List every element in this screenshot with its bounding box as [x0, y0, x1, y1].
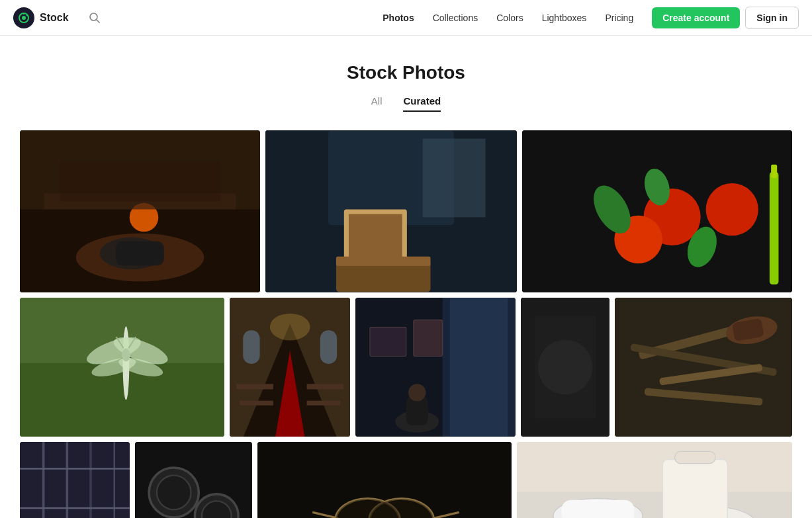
photo-item[interactable]	[257, 442, 512, 518]
photo-item[interactable]	[135, 442, 251, 518]
navbar: Stock Photos Collections Colors Lightbox…	[0, 0, 812, 36]
svg-rect-30	[771, 165, 777, 178]
svg-rect-29	[770, 172, 779, 284]
search-trigger[interactable]	[89, 12, 101, 24]
nav-links: Photos Collections Colors Lightboxes Pri…	[383, 13, 633, 23]
photo-row-2	[20, 298, 792, 437]
photo-item[interactable]	[20, 298, 224, 437]
svg-rect-102	[674, 451, 715, 463]
nav-collections[interactable]: Collections	[433, 13, 478, 23]
photo-item[interactable]	[615, 298, 792, 437]
svg-point-24	[706, 183, 758, 236]
svg-rect-46	[306, 384, 343, 389]
svg-point-1	[22, 16, 26, 20]
photo-item[interactable]	[355, 298, 515, 437]
svg-rect-19	[349, 214, 402, 260]
svg-rect-48	[306, 401, 340, 406]
svg-point-38	[122, 349, 130, 362]
svg-point-57	[408, 384, 426, 401]
photo-item[interactable]	[265, 130, 517, 292]
photo-item[interactable]	[521, 298, 609, 437]
svg-line-3	[26, 15, 28, 16]
svg-line-5	[96, 19, 99, 22]
sign-in-button[interactable]: Sign in	[745, 7, 799, 29]
svg-rect-99	[561, 500, 634, 518]
logo-text: Stock	[40, 12, 69, 24]
photo-item[interactable]	[517, 442, 792, 518]
svg-rect-50	[320, 330, 336, 364]
nav-photos[interactable]: Photos	[383, 13, 414, 23]
photo-item[interactable]	[20, 130, 260, 292]
svg-rect-11	[60, 161, 220, 201]
photo-item[interactable]	[20, 442, 130, 518]
svg-rect-17	[423, 139, 486, 218]
svg-rect-32	[20, 363, 224, 437]
photo-row-3	[20, 442, 792, 518]
svg-rect-13	[116, 241, 164, 265]
svg-rect-54	[450, 298, 508, 437]
svg-rect-49	[243, 330, 259, 364]
page-title: Stock Photos	[347, 62, 465, 83]
photo-row-1	[20, 130, 792, 292]
svg-point-62	[537, 340, 592, 395]
svg-point-82	[157, 476, 191, 510]
svg-rect-45	[236, 384, 273, 389]
svg-rect-47	[240, 401, 273, 406]
photo-item[interactable]	[522, 130, 792, 292]
photo-item[interactable]	[230, 298, 350, 437]
create-account-button[interactable]: Create account	[652, 7, 740, 28]
nav-lightboxes[interactable]: Lightboxes	[542, 13, 587, 23]
logo-icon	[13, 7, 34, 28]
svg-rect-101	[662, 460, 727, 518]
nav-pricing[interactable]: Pricing	[605, 13, 633, 23]
svg-point-51	[269, 314, 310, 341]
tab-all[interactable]: All	[371, 95, 383, 112]
tab-curated[interactable]: Curated	[403, 95, 441, 112]
svg-rect-59	[414, 320, 443, 357]
page-header: Stock Photos All Curated	[0, 36, 812, 130]
site-logo[interactable]: Stock	[13, 7, 69, 28]
tab-bar: All Curated	[371, 95, 441, 112]
photo-grid	[0, 130, 812, 518]
nav-colors[interactable]: Colors	[496, 13, 523, 23]
svg-rect-58	[370, 327, 406, 357]
svg-rect-21	[336, 257, 431, 266]
